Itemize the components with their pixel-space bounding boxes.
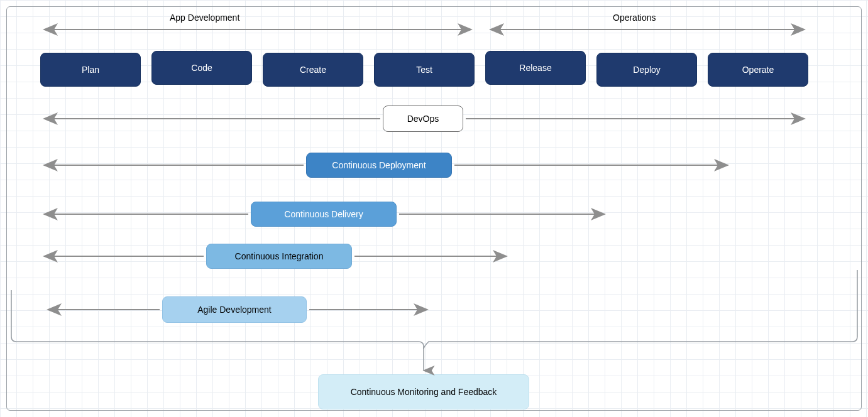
- stage-plan: Plan: [40, 53, 141, 87]
- stage-code: Code: [151, 51, 252, 85]
- stage-create: Create: [263, 53, 363, 87]
- row-continuous-deployment: Continuous Deployment: [306, 153, 452, 178]
- diagram-canvas: App Development Operations Plan Code Cre…: [0, 0, 868, 417]
- row-continuous-integration: Continuous Integration: [206, 244, 352, 269]
- row-continuous-monitoring: Continuous Monitoring and Feedback: [318, 374, 529, 409]
- stage-deploy: Deploy: [596, 53, 697, 87]
- stage-operate: Operate: [708, 53, 808, 87]
- stage-test: Test: [374, 53, 475, 87]
- row-agile-development: Agile Development: [162, 296, 307, 323]
- feedback-bracket: [11, 270, 857, 349]
- row-continuous-delivery: Continuous Delivery: [251, 202, 397, 227]
- stage-release: Release: [485, 51, 586, 85]
- header-operations: Operations: [613, 13, 656, 23]
- row-devops: DevOps: [383, 106, 463, 132]
- header-app-dev: App Development: [170, 13, 239, 23]
